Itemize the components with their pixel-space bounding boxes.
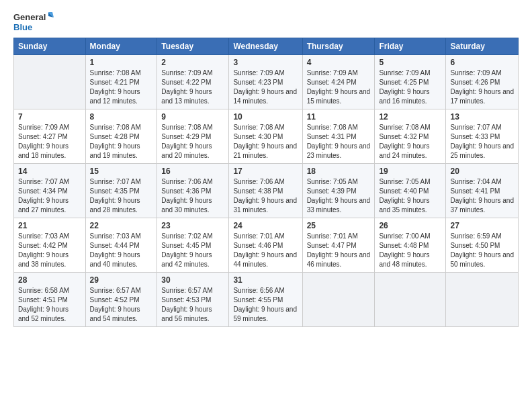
day-number: 4 (307, 58, 371, 67)
day-number: 28 (18, 275, 81, 285)
weekday-header: Wednesday (229, 38, 302, 55)
calendar-day-cell (375, 273, 446, 327)
day-info: Sunrise: 7:08 AMSunset: 4:31 PMDaylight:… (307, 123, 371, 161)
logo-svg: General Blue (13, 11, 54, 32)
day-number: 17 (233, 167, 298, 176)
calendar-day-cell: 24Sunrise: 7:01 AMSunset: 4:46 PMDayligh… (229, 218, 302, 273)
day-number: 22 (90, 221, 153, 230)
calendar-day-cell: 13Sunrise: 7:07 AMSunset: 4:33 PMDayligh… (446, 109, 519, 164)
calendar-day-cell: 31Sunrise: 6:56 AMSunset: 4:55 PMDayligh… (229, 273, 302, 327)
calendar-day-cell: 11Sunrise: 7:08 AMSunset: 4:31 PMDayligh… (302, 109, 375, 164)
day-info: Sunrise: 7:07 AMSunset: 4:33 PMDaylight:… (450, 123, 514, 161)
weekday-header: Monday (85, 38, 157, 55)
day-number: 14 (18, 167, 81, 176)
calendar-day-cell (446, 273, 519, 327)
calendar-day-cell: 6Sunrise: 7:09 AMSunset: 4:26 PMDaylight… (446, 55, 519, 109)
day-number: 19 (379, 167, 441, 176)
day-info: Sunrise: 7:09 AMSunset: 4:25 PMDaylight:… (379, 68, 441, 106)
calendar-day-cell: 28Sunrise: 6:58 AMSunset: 4:51 PMDayligh… (14, 273, 86, 327)
calendar-day-cell: 21Sunrise: 7:03 AMSunset: 4:42 PMDayligh… (14, 218, 86, 273)
day-info: Sunrise: 7:03 AMSunset: 4:42 PMDaylight:… (18, 232, 81, 269)
calendar-day-cell: 22Sunrise: 7:03 AMSunset: 4:44 PMDayligh… (85, 218, 157, 273)
day-number: 5 (379, 58, 441, 67)
calendar-day-cell: 25Sunrise: 7:01 AMSunset: 4:47 PMDayligh… (302, 218, 375, 273)
weekday-header: Thursday (302, 38, 375, 55)
header: General Blue (13, 11, 519, 32)
day-info: Sunrise: 7:05 AMSunset: 4:40 PMDaylight:… (379, 177, 441, 215)
day-number: 20 (450, 167, 514, 176)
day-number: 30 (161, 275, 224, 285)
page: General Blue SundayMondayTuesdayWednesda… (0, 0, 532, 334)
day-info: Sunrise: 6:58 AMSunset: 4:51 PMDaylight:… (18, 286, 81, 324)
day-info: Sunrise: 7:01 AMSunset: 4:46 PMDaylight:… (233, 232, 298, 269)
day-number: 18 (307, 167, 371, 176)
day-info: Sunrise: 7:07 AMSunset: 4:35 PMDaylight:… (90, 177, 153, 215)
calendar-day-cell: 15Sunrise: 7:07 AMSunset: 4:35 PMDayligh… (85, 164, 157, 218)
day-number: 2 (161, 58, 224, 67)
day-info: Sunrise: 7:09 AMSunset: 4:23 PMDaylight:… (233, 68, 298, 106)
day-number: 8 (90, 112, 153, 122)
day-number: 12 (379, 112, 441, 122)
calendar-week-row: 1Sunrise: 7:08 AMSunset: 4:21 PMDaylight… (14, 55, 519, 109)
day-info: Sunrise: 7:04 AMSunset: 4:41 PMDaylight:… (450, 177, 514, 215)
calendar-day-cell: 19Sunrise: 7:05 AMSunset: 4:40 PMDayligh… (375, 164, 446, 218)
day-number: 15 (90, 167, 153, 176)
day-number: 10 (233, 112, 298, 122)
calendar-day-cell: 16Sunrise: 7:06 AMSunset: 4:36 PMDayligh… (157, 164, 229, 218)
calendar-day-cell: 14Sunrise: 7:07 AMSunset: 4:34 PMDayligh… (14, 164, 86, 218)
calendar-week-row: 7Sunrise: 7:09 AMSunset: 4:27 PMDaylight… (14, 109, 519, 164)
day-info: Sunrise: 7:08 AMSunset: 4:32 PMDaylight:… (379, 123, 441, 161)
day-info: Sunrise: 6:59 AMSunset: 4:50 PMDaylight:… (450, 232, 514, 269)
weekday-header: Tuesday (157, 38, 229, 55)
calendar-day-cell: 4Sunrise: 7:09 AMSunset: 4:24 PMDaylight… (302, 55, 375, 109)
calendar-table: SundayMondayTuesdayWednesdayThursdayFrid… (13, 38, 519, 327)
weekday-header-row: SundayMondayTuesdayWednesdayThursdayFrid… (14, 38, 519, 55)
day-number: 3 (233, 58, 298, 67)
day-info: Sunrise: 7:06 AMSunset: 4:36 PMDaylight:… (161, 177, 224, 215)
day-number: 24 (233, 221, 298, 230)
calendar-day-cell: 27Sunrise: 6:59 AMSunset: 4:50 PMDayligh… (446, 218, 519, 273)
calendar-day-cell: 5Sunrise: 7:09 AMSunset: 4:25 PMDaylight… (375, 55, 446, 109)
calendar-day-cell: 8Sunrise: 7:08 AMSunset: 4:28 PMDaylight… (85, 109, 157, 164)
day-info: Sunrise: 7:03 AMSunset: 4:44 PMDaylight:… (90, 232, 153, 269)
weekday-header: Sunday (14, 38, 86, 55)
calendar-day-cell: 7Sunrise: 7:09 AMSunset: 4:27 PMDaylight… (14, 109, 86, 164)
day-info: Sunrise: 6:57 AMSunset: 4:53 PMDaylight:… (161, 286, 224, 324)
calendar-day-cell: 12Sunrise: 7:08 AMSunset: 4:32 PMDayligh… (375, 109, 446, 164)
weekday-header: Saturday (446, 38, 519, 55)
day-number: 11 (307, 112, 371, 122)
calendar-day-cell: 29Sunrise: 6:57 AMSunset: 4:52 PMDayligh… (85, 273, 157, 327)
calendar-day-cell: 3Sunrise: 7:09 AMSunset: 4:23 PMDaylight… (229, 55, 302, 109)
calendar-week-row: 21Sunrise: 7:03 AMSunset: 4:42 PMDayligh… (14, 218, 519, 273)
day-info: Sunrise: 6:56 AMSunset: 4:55 PMDaylight:… (233, 286, 298, 324)
calendar-day-cell: 30Sunrise: 6:57 AMSunset: 4:53 PMDayligh… (157, 273, 229, 327)
day-number: 1 (90, 58, 153, 67)
day-number: 26 (379, 221, 441, 230)
day-info: Sunrise: 7:07 AMSunset: 4:34 PMDaylight:… (18, 177, 81, 215)
day-number: 7 (18, 112, 81, 122)
day-info: Sunrise: 7:05 AMSunset: 4:39 PMDaylight:… (307, 177, 371, 215)
day-info: Sunrise: 7:09 AMSunset: 4:22 PMDaylight:… (161, 68, 224, 106)
svg-text:Blue: Blue (13, 22, 32, 32)
day-number: 29 (90, 275, 153, 285)
calendar-day-cell (14, 55, 86, 109)
calendar-day-cell: 23Sunrise: 7:02 AMSunset: 4:45 PMDayligh… (157, 218, 229, 273)
calendar-day-cell: 20Sunrise: 7:04 AMSunset: 4:41 PMDayligh… (446, 164, 519, 218)
day-info: Sunrise: 7:08 AMSunset: 4:28 PMDaylight:… (90, 123, 153, 161)
calendar-week-row: 28Sunrise: 6:58 AMSunset: 4:51 PMDayligh… (14, 273, 519, 327)
day-info: Sunrise: 7:01 AMSunset: 4:47 PMDaylight:… (307, 232, 371, 269)
day-info: Sunrise: 7:09 AMSunset: 4:27 PMDaylight:… (18, 123, 81, 161)
day-info: Sunrise: 7:08 AMSunset: 4:29 PMDaylight:… (161, 123, 224, 161)
calendar-day-cell: 9Sunrise: 7:08 AMSunset: 4:29 PMDaylight… (157, 109, 229, 164)
day-number: 6 (450, 58, 514, 67)
calendar-day-cell (302, 273, 375, 327)
day-info: Sunrise: 7:00 AMSunset: 4:48 PMDaylight:… (379, 232, 441, 269)
weekday-header: Friday (375, 38, 446, 55)
calendar-day-cell: 2Sunrise: 7:09 AMSunset: 4:22 PMDaylight… (157, 55, 229, 109)
calendar-day-cell: 26Sunrise: 7:00 AMSunset: 4:48 PMDayligh… (375, 218, 446, 273)
day-number: 25 (307, 221, 371, 230)
day-info: Sunrise: 7:09 AMSunset: 4:24 PMDaylight:… (307, 68, 371, 106)
day-info: Sunrise: 7:08 AMSunset: 4:21 PMDaylight:… (90, 68, 153, 106)
svg-text:General: General (13, 12, 46, 22)
day-number: 21 (18, 221, 81, 230)
